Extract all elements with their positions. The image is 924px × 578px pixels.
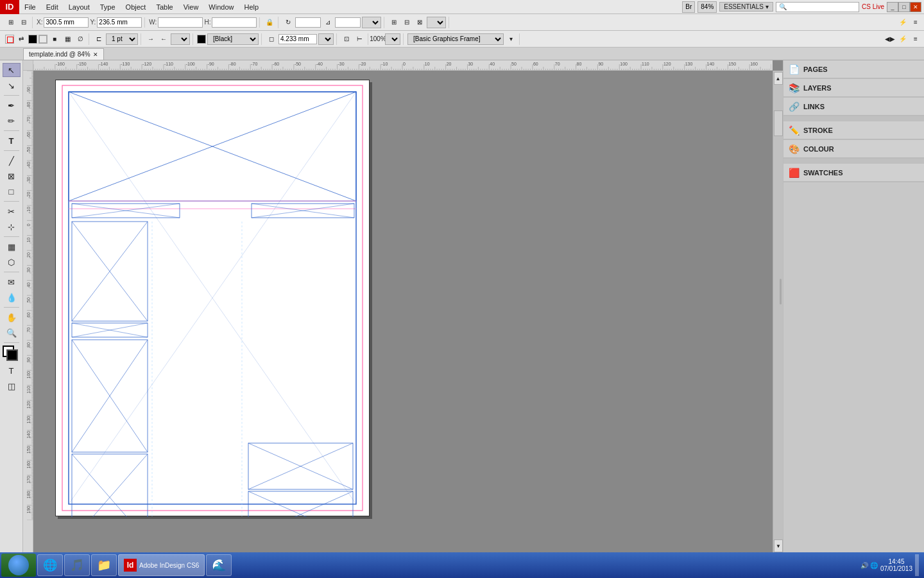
scroll-down-btn[interactable]: ▼ [774,539,783,552]
toolbar-right-icon2[interactable]: ⚡ [897,33,909,45]
corner-type-select[interactable] [318,33,334,45]
align-icon1[interactable]: ⊞ [388,17,400,28]
stroke-header[interactable]: ✏️ STROKE [783,121,924,139]
menu-bar: ID File Edit Layout Type Object Table Vi… [0,0,924,14]
stroke-size-select[interactable]: 1 pt [106,33,138,45]
frame-settings-icon[interactable]: ▾ [505,33,517,45]
essentials-button[interactable]: ESSENTIALS ▾ [719,2,773,12]
corner-icon[interactable]: ◻ [266,33,277,45]
shear-input[interactable] [335,17,361,28]
align-icon2[interactable]: ⊟ [401,17,413,28]
svg-rect-730 [72,454,148,517]
taskbar-ie[interactable]: 🌐 [37,554,63,576]
selection-tool[interactable]: ↖ [3,63,21,77]
transform-select[interactable] [362,17,381,28]
menu-file[interactable]: File [19,2,41,12]
menu-view[interactable]: View [178,2,204,12]
free-transform-tool[interactable]: ⊹ [3,220,21,234]
text-wrap-icon1[interactable]: ⊡ [341,33,352,45]
stroke-start-icon[interactable]: → [145,33,157,45]
pages-header[interactable]: 📄 PAGES [783,60,924,78]
gradient-tool[interactable]: ▦ [3,240,21,254]
pencil-tool[interactable]: ✏ [3,114,21,128]
scissors-tool[interactable]: ✂ [3,204,21,218]
hand-tool[interactable]: ✋ [3,310,21,324]
gradient-apply-icon[interactable]: ▦ [62,33,73,45]
bridge-button[interactable]: Br [682,1,695,13]
svg-rect-706 [62,85,363,511]
toolbar-right-icon1[interactable]: ◀▶ [884,33,896,45]
zoom-tool[interactable]: 🔍 [3,326,21,340]
stroke-color-box[interactable] [197,35,206,44]
document-tab[interactable]: template.indd @ 84% ✕ [23,48,104,60]
color-apply-icon[interactable]: ■ [49,33,60,45]
taskbar-indesign[interactable]: Id Adobe InDesign CS6 [118,554,205,576]
gradient-feather-tool[interactable]: ⬡ [3,255,21,269]
zoom-100-icon[interactable]: 100% [372,33,384,45]
h-input[interactable] [212,17,257,28]
w-input[interactable] [158,17,203,28]
panel-icon[interactable]: ≡ [910,17,921,28]
cs-live-label[interactable]: CS Live [862,3,884,10]
zoom-button[interactable]: 84% [697,1,717,13]
ruler-left: -90-80-70-60-50-40-30-20-100102030405060… [23,71,33,554]
stroke-box[interactable] [28,35,37,44]
formatting-box[interactable] [38,35,47,44]
stroke-color-select[interactable]: [Black] [207,33,259,45]
pen-tool[interactable]: ✒ [3,98,21,112]
rect-frame-tool[interactable]: ⊠ [3,169,21,183]
links-header[interactable]: 🔗 LINKS [783,98,924,116]
frame-type-select[interactable]: [Basic Graphics Frame] [407,33,504,45]
text-wrap-icon2[interactable]: ⊢ [354,33,365,45]
quick-apply-icon[interactable]: ⚡ [897,17,909,28]
rotate-input[interactable] [295,17,321,28]
lock-icon[interactable]: 🔒 [264,17,275,28]
eyedropper-tool[interactable]: 💧 [3,290,21,304]
align-select[interactable] [427,17,446,28]
colour-header[interactable]: 🎨 COLOUR [783,140,924,158]
rotate-icon[interactable]: ↻ [282,17,294,28]
close-button[interactable]: ✕ [910,2,921,12]
y-input[interactable] [97,17,142,28]
minimize-button[interactable]: _ [887,2,898,12]
type-tool[interactable]: T [3,134,21,148]
stroke-style-select[interactable] [171,33,190,45]
menu-table[interactable]: Table [151,2,178,12]
line-tool[interactable]: ╱ [3,153,21,168]
fill-box[interactable] [5,35,14,44]
taskbar-browser[interactable]: 🌊 [206,554,232,576]
view-mode-btn[interactable]: ◫ [3,379,21,393]
shear-icon[interactable]: ⊿ [322,17,334,28]
fill-stroke-widget[interactable] [3,346,21,362]
corner-input[interactable] [278,34,317,44]
rect-tool[interactable]: □ [3,184,21,198]
direct-select-tool[interactable]: ↘ [3,78,21,92]
toolbar-right-icon3[interactable]: ≡ [910,33,921,45]
menu-object[interactable]: Object [121,2,151,12]
panel-resize-handle[interactable] [778,60,783,523]
stroke-end-icon[interactable]: ← [158,33,169,45]
layers-label: LAYERS [803,84,832,92]
taskbar-explorer[interactable]: 📁 [91,554,117,576]
restore-button[interactable]: □ [898,2,910,12]
menu-type[interactable]: Type [95,2,121,12]
menu-window[interactable]: Window [203,2,239,12]
zoom-select[interactable] [385,33,400,45]
formatting-mode-btn[interactable]: T [3,363,21,378]
note-tool[interactable]: ✉ [3,275,21,289]
menu-edit[interactable]: Edit [41,2,64,12]
none-apply-icon[interactable]: ∅ [74,33,86,45]
swap-fill-stroke-icon[interactable]: ⇄ [15,33,27,45]
search-input[interactable] [776,2,859,12]
svg-text:160: 160 [26,461,31,469]
taskbar-media[interactable]: 🎵 [64,554,90,576]
layers-header[interactable]: 📚 LAYERS [783,79,924,97]
x-input[interactable] [44,17,89,28]
tab-close-icon[interactable]: ✕ [93,51,98,58]
menu-layout[interactable]: Layout [64,2,95,12]
swatches-header[interactable]: 🟥 SWATCHES [783,164,924,182]
menu-help[interactable]: Help [239,2,264,12]
start-button[interactable] [1,554,36,577]
align-icon3[interactable]: ⊠ [414,17,425,28]
show-desktop-btn[interactable] [915,554,919,576]
